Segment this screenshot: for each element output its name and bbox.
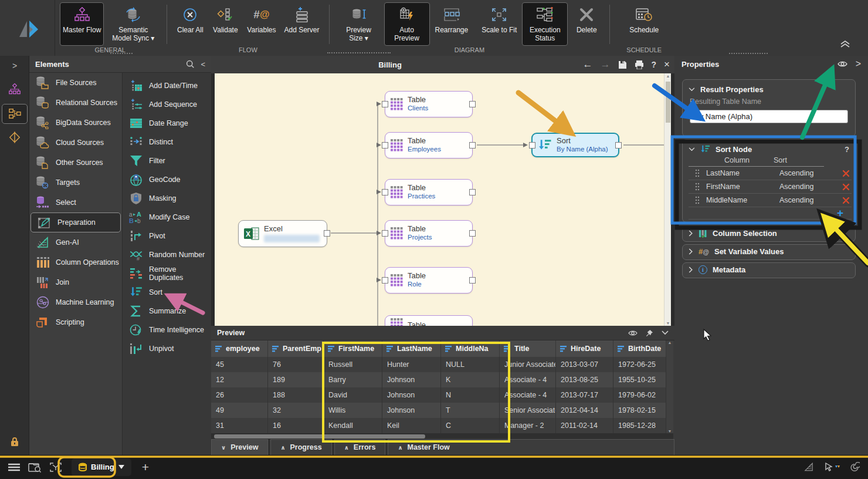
preview-pin-icon[interactable]	[646, 329, 653, 337]
table-row[interactable]: 4576RussellHunterNULLJunior Associate -2…	[211, 357, 666, 372]
flow-canvas[interactable]: TableClients TableEmployees SortBy Name …	[215, 73, 671, 326]
resulting-table-name-input[interactable]	[690, 110, 848, 123]
rearrange-button[interactable]: Rearrange	[432, 2, 472, 46]
validate-button[interactable]: Validate	[209, 2, 242, 46]
table-node-role[interactable]: TableRole	[385, 267, 473, 294]
tool-item-masking[interactable]: Masking	[123, 189, 211, 208]
input-port[interactable]	[382, 230, 388, 237]
category-targets[interactable]: Targets	[29, 173, 122, 193]
preview-size-button[interactable]: Preview Size ▾	[336, 2, 382, 46]
tool-item-summarize[interactable]: Summarize	[123, 302, 211, 321]
panel-resize-grip[interactable]	[327, 52, 391, 53]
help-button[interactable]: ?	[652, 60, 657, 69]
scale-to-fit-button[interactable]: Scale to Fit	[479, 2, 520, 46]
sort-column-value[interactable]: FirstName	[706, 183, 779, 191]
drag-handle-icon[interactable]	[695, 183, 700, 191]
panel-resize-grip[interactable]	[729, 53, 768, 54]
browse-flows-icon[interactable]	[28, 462, 41, 473]
column-header-firstname[interactable]: FirstName	[324, 340, 382, 357]
tab-menu-caret-icon[interactable]	[118, 465, 124, 469]
remove-sort-column-button[interactable]	[842, 197, 851, 204]
category-select[interactable]: Select	[29, 193, 122, 212]
input-port[interactable]	[382, 101, 388, 107]
variables-button[interactable]: #@ Variables	[244, 2, 279, 46]
tool-item-remove-duplicates[interactable]: Remove Duplicates	[123, 264, 211, 283]
menu-icon[interactable]	[8, 463, 20, 471]
column-header-parentemp[interactable]: ParentEmp	[268, 340, 324, 357]
sort-rule-row[interactable]: LastName Ascending	[689, 167, 852, 180]
back-button[interactable]: ←	[583, 59, 593, 70]
tool-item-date-range[interactable]: Date Range	[123, 114, 211, 133]
sort-order-value[interactable]: Ascending	[779, 196, 833, 204]
category-bigdata-sources[interactable]: BigData Sources	[29, 113, 122, 133]
table-node-employees[interactable]: TableEmployees	[385, 132, 473, 158]
input-port[interactable]	[382, 189, 388, 195]
table-row[interactable]: 12189BarryJohnsonKAssociate - 42013-08-2…	[211, 372, 666, 387]
category-scripting[interactable]: Scripting	[29, 312, 122, 332]
sort-order-value[interactable]: Ascending	[779, 183, 833, 191]
add-server-button[interactable]: Add Server	[281, 2, 322, 46]
auto-preview-button[interactable]: Auto Preview	[384, 2, 430, 46]
category-other-sources[interactable]: Other Sources	[29, 153, 122, 173]
collapse-properties-icon[interactable]: >	[856, 59, 861, 69]
add-flow-tab-button[interactable]: +	[142, 460, 149, 474]
preview-eye-icon[interactable]	[628, 330, 638, 336]
remove-sort-column-button[interactable]	[842, 183, 851, 191]
tool-item-sort[interactable]: Sort	[123, 283, 211, 302]
category-preparation[interactable]: Preparation	[30, 212, 121, 232]
column-header-hiredate[interactable]: HireDate	[556, 340, 613, 357]
tool-item-geocode[interactable]: GeoCode	[123, 170, 211, 189]
input-port[interactable]	[382, 277, 388, 284]
metadata-header[interactable]: i Metadata	[683, 263, 855, 276]
input-port[interactable]	[382, 142, 388, 149]
column-header-birthdate[interactable]: BirthDate	[613, 340, 666, 357]
drag-handle-icon[interactable]	[695, 169, 700, 177]
sort-order-value[interactable]: Ascending	[779, 169, 833, 177]
sort-help-button[interactable]: ?	[845, 145, 849, 154]
table-node-practices[interactable]: TablePractices	[385, 179, 473, 205]
category-join[interactable]: Join	[29, 272, 122, 292]
tab-progress[interactable]: ∧Progress	[270, 439, 331, 455]
save-icon[interactable]	[618, 60, 627, 69]
close-flow-button[interactable]: ×	[664, 59, 670, 70]
delete-button[interactable]: Delete	[570, 2, 603, 46]
tool-item-unpivot[interactable]: Unpivot	[123, 339, 211, 358]
column-selection-header[interactable]: Column Selection	[683, 227, 855, 240]
sort-node[interactable]: SortBy Name (Alpha)	[531, 133, 619, 157]
forward-button[interactable]: →	[601, 59, 611, 70]
category-column-operations[interactable]: Column Operations	[29, 252, 122, 272]
sort-rule-row[interactable]: MiddleName Ascending	[689, 194, 852, 207]
search-icon[interactable]	[186, 60, 195, 69]
table-row[interactable]: 3116KendallKeilCManager - 22011-02-14198…	[211, 418, 666, 433]
tool-item-filter[interactable]: Filter	[123, 151, 211, 170]
category-gen-ai[interactable]: Gen-AI	[29, 232, 122, 252]
table-node-clients[interactable]: TableClients	[385, 91, 473, 117]
tool-item-random-number[interactable]: #Random Number	[123, 245, 211, 264]
lock-button[interactable]	[0, 436, 29, 447]
billing-tab[interactable]: Billing	[72, 458, 131, 476]
column-header-lastname[interactable]: LastName	[382, 340, 441, 357]
excel-source-node[interactable]: X Excel	[238, 220, 327, 247]
pointer-mode-button[interactable]	[824, 463, 840, 472]
tool-item-pivot[interactable]: Pivot	[123, 227, 211, 245]
output-port[interactable]	[615, 142, 622, 149]
tool-item-time-intelligence[interactable]: Time Intelligence	[123, 321, 211, 339]
column-header-employee[interactable]: employee	[211, 340, 268, 357]
preview-vertical-scrollbar[interactable]: ▲▼	[666, 340, 673, 433]
output-port[interactable]	[469, 101, 476, 107]
collapse-ribbon-button[interactable]	[840, 40, 850, 48]
collapse-panel-icon[interactable]: <	[201, 60, 205, 69]
tab-preview[interactable]: ∨Preview	[211, 439, 268, 455]
gen-ai-status-icon[interactable]	[803, 462, 815, 472]
tab-errors[interactable]: ∧Errors	[334, 439, 386, 455]
rail-model-button[interactable]	[0, 127, 29, 147]
execution-status-button[interactable]: Execution Status	[522, 2, 568, 46]
input-port[interactable]	[529, 142, 535, 149]
sort-column-value[interactable]: LastName	[706, 169, 779, 177]
spiral-icon[interactable]	[849, 462, 860, 473]
tab-master-flow[interactable]: ∧Master Flow	[388, 439, 674, 455]
category-relational-sources[interactable]: Relational Sources	[29, 93, 122, 113]
category-machine-learning[interactable]: Machine Learning	[29, 292, 122, 312]
print-icon[interactable]	[635, 60, 644, 69]
panel-resize-grip[interactable]	[110, 53, 133, 54]
